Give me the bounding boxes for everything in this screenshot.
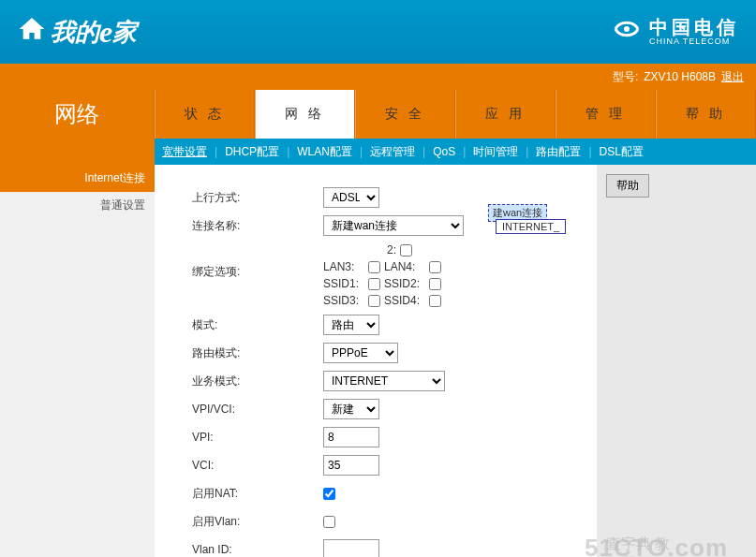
conn-name-select[interactable]: 新建wan连接 <box>323 215 464 236</box>
bind-ssid2-label: SSID2: <box>384 277 425 290</box>
bind-lan3-label: LAN3: <box>323 260 364 273</box>
tab-application[interactable]: 应 用 <box>455 90 556 139</box>
logo-right: 中国电信 CHINA TELECOM <box>610 12 739 52</box>
help-button[interactable]: 帮助 <box>606 174 649 198</box>
watermark-chazidian-cn: 查字典 教程网 <box>606 535 672 557</box>
bind-lan3-checkbox[interactable] <box>368 261 380 273</box>
bind-l2-checkbox[interactable] <box>400 244 412 257</box>
mode-label: 模式: <box>192 317 323 333</box>
sidebar: Internet连接 普通设置 <box>0 165 155 557</box>
uplink-select[interactable]: ADSL <box>323 187 379 208</box>
subnav-remote[interactable]: 远程管理 <box>363 144 422 160</box>
binding-group: 2: LAN3: LAN4: SSID1: SSID2: SSID3: SSID… <box>323 243 441 307</box>
subnav-dhcp[interactable]: DHCP配置 <box>217 144 287 160</box>
sidebar-item-general[interactable]: 普通设置 <box>0 192 155 219</box>
nat-label: 启用NAT: <box>192 486 323 502</box>
bind-l2-label: 2: <box>323 243 396 257</box>
bind-lan4-checkbox[interactable] <box>429 261 441 273</box>
uplink-label: 上行方式: <box>192 190 323 206</box>
svg-point-0 <box>626 27 629 30</box>
mode-select[interactable]: 路由 <box>323 315 379 335</box>
service-mode-label: 业务模式: <box>192 374 323 389</box>
bind-ssid1-label: SSID1: <box>323 277 364 290</box>
subnav-broadband[interactable]: 宽带设置 <box>155 144 215 160</box>
vpivci-select[interactable]: 新建 <box>323 399 379 419</box>
subnav-left-spacer <box>0 139 155 165</box>
subnav-row: 宽带设置| DHCP配置| WLAN配置| 远程管理| QoS| 时间管理| 路… <box>0 139 756 165</box>
topbar: 型号: ZXV10 H608B 退出 <box>0 64 756 90</box>
vpi-input[interactable] <box>323 427 379 447</box>
dropdown-option[interactable]: INTERNET_ <box>496 219 566 234</box>
right-column: 帮助 51CTO.com 查字典 教程网 jiaocheng.chazidian… <box>597 165 756 557</box>
house-icon <box>17 14 47 51</box>
bind-label: 绑定选项: <box>192 264 323 280</box>
bind-lan4-label: LAN4: <box>384 260 425 273</box>
tab-status[interactable]: 状 态 <box>155 90 255 139</box>
sidebar-item-internet[interactable]: Internet连接 <box>0 165 155 192</box>
vlanid-label: Vlan ID: <box>192 543 323 556</box>
vpivci-label: VPI/VCI: <box>192 403 323 416</box>
main: Internet连接 普通设置 上行方式: ADSL 连接名称: 新建wan连接… <box>0 165 756 557</box>
subnav: 宽带设置| DHCP配置| WLAN配置| 远程管理| QoS| 时间管理| 路… <box>155 139 756 165</box>
bind-ssid4-label: SSID4: <box>384 294 425 307</box>
form-area: 上行方式: ADSL 连接名称: 新建wan连接 建wan连接 INTERNET… <box>155 165 597 557</box>
bind-ssid3-checkbox[interactable] <box>368 295 380 307</box>
watermark-51cto: 51CTO.com <box>585 534 728 557</box>
route-mode-select[interactable]: PPPoE <box>323 343 398 363</box>
main-tabs: 状 态 网 络 安 全 应 用 管 理 帮 助 <box>155 90 756 139</box>
bind-ssid2-checkbox[interactable] <box>429 278 441 290</box>
subnav-route[interactable]: 路由配置 <box>528 144 588 160</box>
logo-e: e <box>99 15 112 50</box>
logout-link[interactable]: 退出 <box>721 69 744 85</box>
bind-ssid1-checkbox[interactable] <box>368 278 380 290</box>
subnav-qos[interactable]: QoS <box>425 145 463 158</box>
telecom-cn: 中国电信 <box>649 17 739 37</box>
route-mode-label: 路由模式: <box>192 345 323 361</box>
model-value: ZXV10 H608B <box>644 70 716 83</box>
vlan-checkbox[interactable] <box>323 516 335 528</box>
section-title: 网络 <box>0 90 155 139</box>
service-mode-select[interactable]: INTERNET <box>323 371 445 391</box>
content: 上行方式: ADSL 连接名称: 新建wan连接 建wan连接 INTERNET… <box>155 165 756 557</box>
model-label: 型号: <box>613 69 638 85</box>
bind-ssid3-label: SSID3: <box>323 294 364 307</box>
tab-help[interactable]: 帮 助 <box>656 90 756 139</box>
subnav-wlan[interactable]: WLAN配置 <box>289 144 360 160</box>
vlan-label: 启用Vlan: <box>192 514 323 530</box>
bind-ssid4-checkbox[interactable] <box>429 295 441 307</box>
tab-management[interactable]: 管 理 <box>556 90 656 139</box>
subnav-time[interactable]: 时间管理 <box>466 144 526 160</box>
header: 我的 e 家 中国电信 CHINA TELECOM <box>0 0 756 64</box>
china-telecom-icon <box>610 12 644 52</box>
logo-left: 我的 e 家 <box>17 14 137 51</box>
nav-row: 网络 状 态 网 络 安 全 应 用 管 理 帮 助 <box>0 90 756 139</box>
logo-text-1: 我的 <box>51 16 99 49</box>
telecom-en: CHINA TELECOM <box>649 37 739 47</box>
vlanid-input[interactable] <box>323 539 379 557</box>
vpi-label: VPI: <box>192 431 323 444</box>
tab-network[interactable]: 网 络 <box>255 90 355 139</box>
vci-input[interactable] <box>323 455 379 476</box>
tab-security[interactable]: 安 全 <box>355 90 455 139</box>
subnav-dsl[interactable]: DSL配置 <box>592 144 651 160</box>
logo-text-2: 家 <box>112 16 137 49</box>
nat-checkbox[interactable] <box>323 488 335 500</box>
conn-name-label: 连接名称: <box>192 218 323 234</box>
vci-label: VCI: <box>192 459 323 472</box>
